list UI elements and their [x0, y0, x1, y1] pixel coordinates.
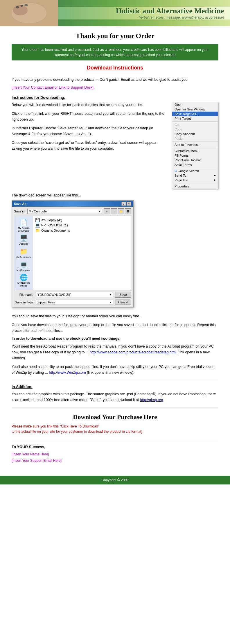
context-menu-item-sendto[interactable]: Send To — [172, 173, 218, 178]
separator-3 — [172, 148, 218, 148]
contact-link[interactable]: [Insert Your Contact Email or Link to Su… — [12, 85, 218, 90]
separator-5 — [172, 183, 218, 183]
dialog-back-button[interactable]: ← — [104, 208, 110, 214]
dialog-titlebar: Save As ? ✕ — [12, 201, 133, 207]
dialog-sidebar: 📄 My RecentDocuments 🖥️ Desktop 📁 My Doc… — [14, 216, 33, 290]
dialog-sidebar-recent[interactable]: 📄 My RecentDocuments — [15, 218, 32, 233]
context-menu-item-paste: Paste — [172, 136, 218, 141]
context-menu-item-open[interactable]: Open — [172, 102, 218, 107]
context-menu-item-save-target[interactable]: Save Target As... — [172, 112, 218, 116]
insert-placeholders: [Insert Your Name Here] [Insert Your Sup… — [12, 451, 218, 464]
dialog-help-button[interactable]: ? — [121, 202, 126, 206]
footer-text: Copyright © 2008 — [101, 478, 129, 482]
desktop-label: Desktop — [19, 242, 28, 246]
recent-docs-icon: 📄 — [20, 219, 28, 226]
header-image — [0, 0, 58, 26]
download-notice-line1: Please make sure you link this "Click He… — [12, 424, 218, 429]
folder-icon: 📁 — [35, 228, 40, 233]
download-link-notice: Please make sure you link this "Click He… — [12, 424, 218, 434]
dialog-filename-value: YOURDOWNLOAD.ZIP — [37, 293, 71, 296]
context-menu-item-fill-forms[interactable]: Fill Forms — [172, 153, 218, 158]
dialog-sidebar-desktop[interactable]: 🖥️ Desktop — [15, 234, 32, 246]
context-menu-item-print[interactable]: Print Target — [172, 116, 218, 121]
dialog-sidebar-network[interactable]: 🌐 My NetworkPlaces — [15, 273, 32, 288]
my-documents-label: My Documents — [16, 256, 31, 259]
post-download-bold: In order to download and use the ebook y… — [12, 337, 218, 341]
divider-1 — [12, 380, 218, 380]
context-menu-item-pageinfo[interactable]: Page Info — [172, 178, 218, 183]
post-download-text-2: Once you have downloaded the file, go to… — [12, 322, 218, 334]
download-notice-line2: to the actual file on your site for your… — [12, 429, 218, 434]
insert-name: [Insert Your Name Here] — [12, 451, 218, 458]
gimp-link[interactable]: http://gimp.org — [140, 398, 163, 402]
main-content: Thank you for your Order Your order has … — [0, 26, 230, 470]
my-documents-icon: 📁 — [20, 248, 28, 255]
network-places-icon: 🌐 — [20, 274, 28, 281]
svg-point-2 — [13, 5, 28, 15]
dialog-savein-row: Save in: My Computer ▼ ← ↑ 📁 ☰ — [14, 208, 131, 214]
dialog-filename-row: File name: YOURDOWNLOAD.ZIP ▼ Save — [14, 292, 131, 298]
context-menu-item-properties[interactable]: Properties — [172, 184, 218, 189]
dialog-cancel-button[interactable]: Cancel — [115, 299, 131, 305]
floppy-icon: 💾 — [35, 218, 40, 222]
context-menu-item-google[interactable]: G Google Search — [172, 169, 218, 173]
context-menu-item-copy: Copy — [172, 127, 218, 132]
dialog-savetype-dropdown[interactable]: Zipped Files ▼ — [36, 300, 113, 305]
context-menu-item-save-forms[interactable]: Save Forms — [172, 162, 218, 167]
file-item-hdd[interactable]: 💻 HP_PAVILION (C:) — [34, 223, 130, 228]
divider-3 — [12, 440, 218, 440]
in-addition-heading: In Addition: — [12, 384, 218, 389]
dialog-sidebar-documents[interactable]: 📁 My Documents — [15, 247, 32, 260]
save-as-dialog: Save As ? ✕ Save in: My Computer ▼ ← ↑ 📁… — [12, 200, 134, 307]
dialog-save-button[interactable]: Save — [115, 292, 131, 298]
context-menu-item-customize[interactable]: Customize Menu — [172, 149, 218, 153]
dialog-sidebar-computer[interactable]: 💻 My Computer — [15, 260, 32, 273]
file-item-floppy[interactable]: 💾 3½ Floppy (A:) — [34, 217, 130, 223]
page-footer: Copyright © 2008 — [0, 476, 230, 484]
winzip-link[interactable]: http://www.WinZip.com — [49, 371, 86, 375]
dialog-filename-label: File name: — [14, 293, 34, 296]
download-instructions-title: Download Instructions — [12, 65, 218, 71]
dialog-savetype-label: Save as type: — [14, 300, 34, 304]
dialog-savein-dropdown[interactable]: My Computer ▼ — [27, 209, 102, 214]
dialog-newfolder-button[interactable]: 📁 — [118, 208, 124, 214]
context-menu-container: Open Open in New Window Save Target As..… — [172, 102, 218, 189]
dialog-filename-input[interactable]: YOURDOWNLOAD.ZIP ▼ — [36, 292, 113, 297]
svg-point-3 — [16, 6, 19, 8]
separator-2 — [172, 142, 218, 142]
post-download-text-1: You should save the files to your "Deskt… — [12, 313, 218, 319]
hdd-icon: 💻 — [35, 223, 40, 228]
instructions-text-3: In Internet Explorer Choose "Save Target… — [12, 125, 166, 137]
instructions-text-block: Below you will find download links for e… — [12, 102, 166, 189]
file-item-owners-docs[interactable]: 📁 Owner's Documents — [34, 228, 130, 233]
context-menu-item-favorites[interactable]: Add to Favorites... — [172, 142, 218, 147]
header-text-area: Holistic and Alternative Medicine herbal… — [58, 7, 230, 19]
context-menu-item-open-new[interactable]: Open in New Window — [172, 107, 218, 112]
filename-dropdown-arrow: ▼ — [109, 294, 112, 296]
my-computer-icon: 💻 — [20, 261, 28, 269]
instructions-text-2: Click on the first link with your RIGHT … — [12, 111, 166, 122]
instructions-text-1: Below you will find download links for e… — [12, 102, 166, 108]
instructions-text-4: Once you select the "save target as" or … — [12, 140, 166, 151]
dialog-savetype-value: Zipped Files — [37, 300, 55, 304]
dialog-up-button[interactable]: ↑ — [111, 208, 117, 214]
desktop-icon: 🖥️ — [20, 235, 28, 242]
file-item-hdd-label: HP_PAVILION (C:) — [41, 223, 68, 227]
gimp-text: You can edit the graphics within this pa… — [12, 391, 218, 403]
context-menu-item-copy-shortcut[interactable]: Copy Shortcut — [172, 132, 218, 136]
dialog-view-button[interactable]: ☰ — [125, 208, 131, 214]
dialog-file-area: 💾 3½ Floppy (A:) 💻 HP_PAVILION (C:) 📁 Ow… — [33, 216, 131, 290]
dialog-toolbar-buttons: ← ↑ 📁 ☰ — [104, 208, 131, 214]
to-your-success: To YOUR Success, — [12, 445, 218, 449]
context-menu-item-roboform[interactable]: RoboForm Toolbar — [172, 158, 218, 162]
winzip-link-text: (link opens in a new window). — [87, 371, 134, 375]
page-header: Holistic and Alternative Medicine herbal… — [0, 0, 230, 26]
chevron-down-icon: ▼ — [98, 210, 101, 213]
savetype-dropdown-arrow: ▼ — [109, 301, 112, 304]
header-subtitle: herbal remedies, massage, aromatherapy, … — [58, 15, 224, 19]
recent-docs-label: My RecentDocuments — [18, 227, 29, 232]
dialog-close-button[interactable]: ✕ — [127, 202, 131, 206]
separator-4 — [172, 168, 218, 168]
acrobat-link[interactable]: http://www.adobe.com/products/acrobat/re… — [90, 350, 177, 354]
instructions-heading: Instructions for Downloading: — [12, 95, 218, 100]
